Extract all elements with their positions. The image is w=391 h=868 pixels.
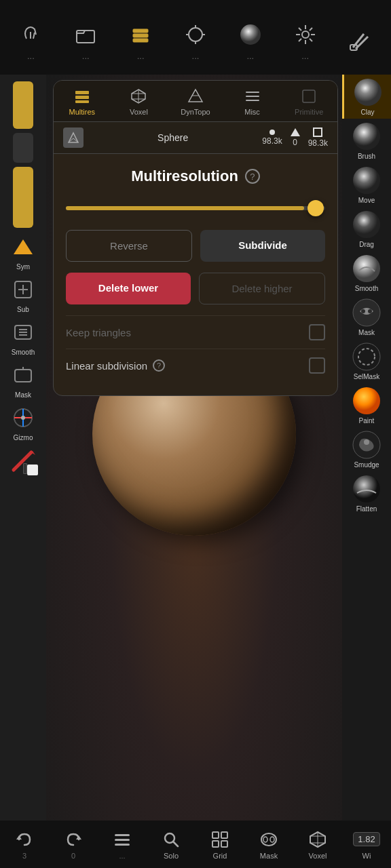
sidebar-item-stroke[interactable] [3, 446, 43, 475]
svg-rect-65 [212, 832, 219, 838]
toolbar-settings[interactable]: ... [292, 21, 319, 61]
bottom-menu[interactable]: ... [104, 829, 141, 860]
svg-point-34 [353, 211, 380, 238]
info-stat-sq: 98.3k [308, 127, 328, 148]
svg-line-53 [196, 90, 199, 96]
bottom-grid[interactable]: Grid [202, 829, 239, 860]
sidebar-item-clay[interactable]: Clay [342, 75, 391, 119]
svg-rect-2 [133, 34, 148, 37]
svg-point-71 [270, 837, 274, 842]
svg-rect-61 [115, 839, 130, 841]
svg-rect-47 [75, 100, 89, 103]
sidebar-item-move[interactable]: Move [342, 163, 391, 207]
keep-triangles-row: Keep triangles [66, 315, 325, 349]
linear-subdivision-checkbox[interactable] [309, 357, 325, 374]
svg-rect-0 [77, 31, 94, 43]
svg-point-10 [302, 31, 309, 38]
left-sidebar: Sym Sub Smooth [0, 75, 46, 821]
bottom-undo[interactable]: 3 [6, 829, 43, 860]
toolbar-layers[interactable]: ... [127, 21, 154, 61]
svg-rect-21 [15, 370, 31, 382]
tab-multires[interactable]: Multires [54, 81, 111, 121]
svg-rect-55 [303, 90, 315, 102]
svg-rect-60 [115, 834, 130, 836]
sidebar-item-smudge[interactable]: Smudge [342, 427, 391, 471]
svg-point-70 [263, 837, 267, 842]
panel-info-bar: Sphere 98.3k 0 98.3k [54, 122, 337, 154]
bottom-wi[interactable]: 1.82 Wi [348, 829, 386, 860]
svg-point-37 [361, 309, 365, 313]
sidebar-item-smooth[interactable]: Smooth [3, 317, 43, 356]
svg-rect-3 [133, 39, 148, 42]
top-toolbar: ... ... ... [0, 0, 391, 75]
sidebar-item-flatten[interactable]: Flatten [342, 471, 391, 515]
sidebar-item-mask[interactable]: Mask [3, 360, 43, 399]
delete-lower-button[interactable]: Delete lower [66, 273, 191, 304]
primary-buttons: Reverse Subdivide [66, 230, 325, 262]
bottom-toolbar: 3 0 ... Solo [0, 821, 391, 868]
svg-point-38 [368, 309, 372, 313]
linear-help-button[interactable]: ? [153, 359, 165, 372]
svg-point-39 [353, 343, 380, 370]
sidebar-item-smooth-right[interactable]: Smooth [342, 251, 391, 295]
sidebar-item-paint[interactable]: Paint [342, 383, 391, 427]
subdivide-button[interactable]: Subdivide [200, 230, 325, 262]
sidebar-item-brush[interactable]: Brush [342, 119, 391, 163]
keep-triangles-checkbox[interactable] [309, 324, 325, 340]
svg-point-33 [353, 167, 380, 194]
svg-rect-46 [75, 96, 89, 99]
svg-rect-68 [221, 841, 227, 847]
toolbar-gesture[interactable]: ... [17, 21, 44, 61]
svg-rect-66 [221, 832, 227, 838]
svg-rect-45 [75, 91, 89, 94]
toolbar-tools[interactable] [346, 27, 373, 54]
svg-point-28 [21, 416, 25, 420]
sidebar-item-sym[interactable]: Sym [3, 232, 43, 271]
svg-point-31 [354, 79, 381, 106]
right-sidebar: Clay Brush [342, 0, 391, 821]
toolbar-material[interactable]: ... [237, 21, 264, 61]
svg-line-64 [173, 842, 178, 846]
toolbar-lighting[interactable]: ... [182, 21, 209, 61]
svg-point-41 [353, 387, 380, 414]
linear-subdivision-row: Linear subdivision ? [66, 349, 325, 382]
svg-point-32 [353, 123, 380, 150]
svg-rect-1 [133, 29, 148, 33]
delete-buttons: Delete lower Delete higher [66, 273, 325, 304]
sidebar-item-color2[interactable] [3, 133, 43, 163]
svg-point-9 [240, 24, 261, 45]
sidebar-item-mask-right[interactable]: Mask [342, 295, 391, 339]
svg-line-52 [192, 90, 196, 96]
help-button[interactable]: ? [245, 169, 260, 184]
sidebar-item-sub[interactable]: Sub [3, 275, 43, 313]
svg-point-43 [364, 439, 369, 445]
svg-point-35 [353, 255, 380, 282]
delete-higher-button[interactable]: Delete higher [199, 273, 325, 304]
toolbar-files[interactable]: ... [72, 21, 99, 61]
modal-panel: Multires Voxel D [53, 80, 338, 396]
sidebar-item-gizmo[interactable]: Gizmo [3, 403, 43, 441]
bottom-redo[interactable]: 0 [55, 829, 92, 860]
slider-thumb[interactable] [308, 200, 324, 216]
info-stat-dot: 98.3k [262, 130, 282, 146]
svg-point-4 [189, 28, 202, 41]
mesh-name: Sphere [92, 132, 254, 143]
tab-voxel[interactable]: Voxel [111, 81, 168, 121]
sidebar-item-selmask[interactable]: SelMask [342, 339, 391, 383]
sidebar-item-color1[interactable] [3, 81, 43, 129]
sidebar-item-color3[interactable] [3, 167, 43, 228]
sidebar-item-drag[interactable]: Drag [342, 207, 391, 251]
bottom-solo[interactable]: Solo [153, 829, 190, 860]
panel-tab-bar: Multires Voxel D [54, 81, 337, 122]
panel-title: Multiresolution ? [66, 167, 325, 185]
multiresolution-slider[interactable] [66, 201, 325, 215]
svg-point-44 [353, 475, 380, 502]
tab-primitive[interactable]: Primitive [280, 81, 337, 121]
info-stat-tri: 0 [291, 128, 300, 147]
tab-dyntopo[interactable]: DynTopo [167, 81, 224, 121]
bottom-mask[interactable]: Mask [250, 829, 288, 860]
svg-rect-62 [115, 844, 130, 846]
reverse-button[interactable]: Reverse [66, 230, 192, 262]
tab-misc[interactable]: Misc [224, 81, 281, 121]
bottom-voxel[interactable]: Voxel [299, 829, 337, 860]
